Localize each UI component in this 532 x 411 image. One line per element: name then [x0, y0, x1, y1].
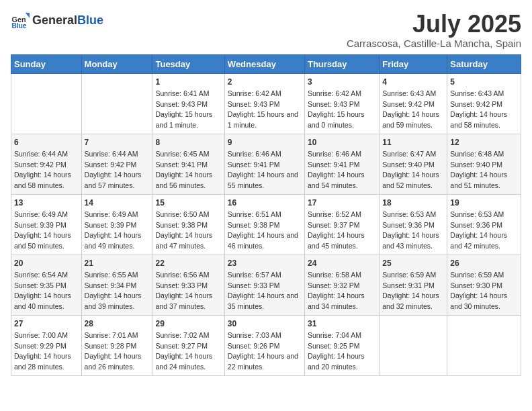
day-info: Sunrise: 7:01 AM Sunset: 9:28 PM Dayligh…: [85, 331, 142, 370]
title-block: July 2025 Carrascosa, Castille-La Mancha…: [347, 11, 521, 49]
day-number: 7: [85, 137, 150, 148]
calendar-cell: 13Sunrise: 6:49 AM Sunset: 9:39 PM Dayli…: [11, 194, 82, 255]
day-info: Sunrise: 6:53 AM Sunset: 9:36 PM Dayligh…: [382, 210, 439, 249]
calendar-cell: 28Sunrise: 7:01 AM Sunset: 9:28 PM Dayli…: [81, 315, 152, 375]
calendar-cell: 11Sunrise: 6:47 AM Sunset: 9:40 PM Dayli…: [380, 134, 447, 194]
svg-text:Blue: Blue: [12, 22, 27, 30]
day-number: 9: [228, 137, 302, 148]
day-info: Sunrise: 6:55 AM Sunset: 9:34 PM Dayligh…: [85, 271, 142, 310]
day-number: 10: [308, 137, 376, 148]
calendar-cell: 1Sunrise: 6:41 AM Sunset: 9:43 PM Daylig…: [152, 73, 224, 134]
day-info: Sunrise: 6:53 AM Sunset: 9:36 PM Dayligh…: [450, 210, 507, 249]
calendar-cell: 7Sunrise: 6:44 AM Sunset: 9:42 PM Daylig…: [81, 134, 152, 194]
day-number: 24: [308, 258, 376, 269]
calendar-cell: 23Sunrise: 6:57 AM Sunset: 9:33 PM Dayli…: [224, 255, 304, 315]
logo-blue: Blue: [77, 13, 103, 27]
calendar-cell: 3Sunrise: 6:42 AM Sunset: 9:43 PM Daylig…: [304, 73, 379, 134]
day-number: 15: [155, 197, 221, 209]
day-number: 13: [14, 197, 79, 209]
calendar-cell: 26Sunrise: 6:59 AM Sunset: 9:30 PM Dayli…: [447, 255, 521, 315]
calendar-cell: 12Sunrise: 6:48 AM Sunset: 9:40 PM Dayli…: [447, 134, 521, 194]
calendar-cell: 17Sunrise: 6:52 AM Sunset: 9:37 PM Dayli…: [304, 194, 379, 255]
weekday-header-thursday: Thursday: [304, 54, 379, 73]
day-info: Sunrise: 6:49 AM Sunset: 9:39 PM Dayligh…: [85, 210, 142, 249]
calendar-cell: [380, 315, 447, 375]
calendar-cell: [81, 73, 152, 134]
logo: Gen Blue GeneralBlue: [11, 11, 103, 30]
calendar-cell: 22Sunrise: 6:56 AM Sunset: 9:33 PM Dayli…: [152, 255, 224, 315]
day-info: Sunrise: 6:48 AM Sunset: 9:40 PM Dayligh…: [450, 150, 507, 189]
week-row-3: 13Sunrise: 6:49 AM Sunset: 9:39 PM Dayli…: [11, 194, 521, 255]
calendar-cell: 4Sunrise: 6:43 AM Sunset: 9:42 PM Daylig…: [380, 73, 447, 134]
day-number: 14: [85, 197, 150, 209]
day-info: Sunrise: 6:43 AM Sunset: 9:42 PM Dayligh…: [382, 89, 439, 128]
weekday-header-row: SundayMondayTuesdayWednesdayThursdayFrid…: [11, 54, 521, 73]
day-number: 28: [85, 318, 150, 330]
day-info: Sunrise: 6:57 AM Sunset: 9:33 PM Dayligh…: [228, 271, 298, 310]
calendar-cell: 8Sunrise: 6:45 AM Sunset: 9:41 PM Daylig…: [152, 134, 224, 194]
day-info: Sunrise: 6:56 AM Sunset: 9:33 PM Dayligh…: [155, 271, 212, 310]
day-number: 30: [228, 318, 302, 330]
day-number: 6: [14, 137, 79, 148]
day-number: 4: [382, 77, 444, 88]
calendar-cell: 20Sunrise: 6:54 AM Sunset: 9:35 PM Dayli…: [11, 255, 82, 315]
week-row-5: 27Sunrise: 7:00 AM Sunset: 9:29 PM Dayli…: [11, 315, 521, 375]
calendar-cell: 27Sunrise: 7:00 AM Sunset: 9:29 PM Dayli…: [11, 315, 82, 375]
calendar-cell: 19Sunrise: 6:53 AM Sunset: 9:36 PM Dayli…: [447, 194, 521, 255]
weekday-header-monday: Monday: [81, 54, 152, 73]
day-info: Sunrise: 6:47 AM Sunset: 9:40 PM Dayligh…: [382, 150, 439, 189]
day-info: Sunrise: 6:41 AM Sunset: 9:43 PM Dayligh…: [155, 89, 212, 128]
day-info: Sunrise: 6:59 AM Sunset: 9:30 PM Dayligh…: [450, 271, 507, 310]
day-info: Sunrise: 7:04 AM Sunset: 9:25 PM Dayligh…: [308, 331, 365, 370]
day-number: 20: [14, 258, 79, 269]
week-row-2: 6Sunrise: 6:44 AM Sunset: 9:42 PM Daylig…: [11, 134, 521, 194]
day-number: 11: [382, 137, 444, 148]
day-info: Sunrise: 6:43 AM Sunset: 9:42 PM Dayligh…: [450, 89, 507, 128]
day-info: Sunrise: 6:44 AM Sunset: 9:42 PM Dayligh…: [14, 150, 71, 189]
day-number: 27: [14, 318, 79, 330]
day-info: Sunrise: 6:42 AM Sunset: 9:43 PM Dayligh…: [228, 89, 298, 128]
day-number: 3: [308, 77, 376, 88]
day-number: 17: [308, 197, 376, 209]
calendar-cell: 10Sunrise: 6:46 AM Sunset: 9:41 PM Dayli…: [304, 134, 379, 194]
calendar-cell: 21Sunrise: 6:55 AM Sunset: 9:34 PM Dayli…: [81, 255, 152, 315]
weekday-header-friday: Friday: [380, 54, 447, 73]
weekday-header-tuesday: Tuesday: [152, 54, 224, 73]
subtitle: Carrascosa, Castille-La Mancha, Spain: [347, 38, 521, 49]
calendar-table: SundayMondayTuesdayWednesdayThursdayFrid…: [11, 54, 521, 376]
day-number: 8: [155, 137, 221, 148]
day-number: 23: [228, 258, 302, 269]
weekday-header-wednesday: Wednesday: [224, 54, 304, 73]
calendar-cell: 15Sunrise: 6:50 AM Sunset: 9:38 PM Dayli…: [152, 194, 224, 255]
calendar-cell: 14Sunrise: 6:49 AM Sunset: 9:39 PM Dayli…: [81, 194, 152, 255]
calendar-cell: 25Sunrise: 6:59 AM Sunset: 9:31 PM Dayli…: [380, 255, 447, 315]
day-number: 18: [382, 197, 444, 209]
calendar-cell: 29Sunrise: 7:02 AM Sunset: 9:27 PM Dayli…: [152, 315, 224, 375]
week-row-1: 1Sunrise: 6:41 AM Sunset: 9:43 PM Daylig…: [11, 73, 521, 134]
day-info: Sunrise: 6:50 AM Sunset: 9:38 PM Dayligh…: [155, 210, 212, 249]
week-row-4: 20Sunrise: 6:54 AM Sunset: 9:35 PM Dayli…: [11, 255, 521, 315]
calendar-cell: 31Sunrise: 7:04 AM Sunset: 9:25 PM Dayli…: [304, 315, 379, 375]
day-number: 25: [382, 258, 444, 269]
day-number: 12: [450, 137, 518, 148]
calendar-cell: 9Sunrise: 6:46 AM Sunset: 9:41 PM Daylig…: [224, 134, 304, 194]
weekday-header-saturday: Saturday: [447, 54, 521, 73]
calendar-cell: [447, 315, 521, 375]
logo-icon: Gen Blue: [11, 11, 30, 30]
day-number: 5: [450, 77, 518, 88]
day-info: Sunrise: 6:46 AM Sunset: 9:41 PM Dayligh…: [228, 150, 298, 189]
day-info: Sunrise: 6:46 AM Sunset: 9:41 PM Dayligh…: [308, 150, 365, 189]
day-info: Sunrise: 7:03 AM Sunset: 9:26 PM Dayligh…: [228, 331, 298, 370]
day-number: 2: [228, 77, 302, 88]
day-info: Sunrise: 6:51 AM Sunset: 9:38 PM Dayligh…: [228, 210, 298, 249]
day-info: Sunrise: 6:45 AM Sunset: 9:41 PM Dayligh…: [155, 150, 212, 189]
page-header: Gen Blue GeneralBlue July 2025 Carrascos…: [11, 11, 521, 49]
weekday-header-sunday: Sunday: [11, 54, 82, 73]
day-number: 16: [228, 197, 302, 209]
day-info: Sunrise: 6:42 AM Sunset: 9:43 PM Dayligh…: [308, 89, 365, 128]
day-info: Sunrise: 6:59 AM Sunset: 9:31 PM Dayligh…: [382, 271, 439, 310]
day-number: 29: [155, 318, 221, 330]
calendar-cell: [11, 73, 82, 134]
day-number: 26: [450, 258, 518, 269]
day-info: Sunrise: 7:02 AM Sunset: 9:27 PM Dayligh…: [155, 331, 212, 370]
